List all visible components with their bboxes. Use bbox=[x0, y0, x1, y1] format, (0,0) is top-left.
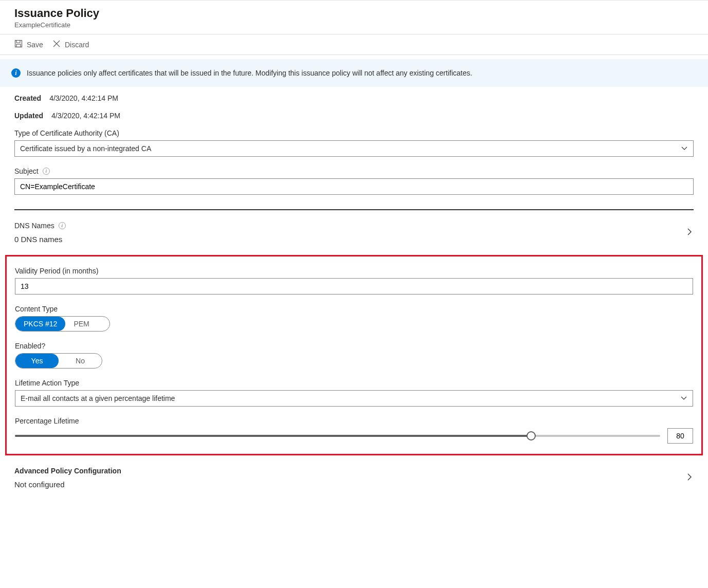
discard-label: Discard bbox=[65, 41, 89, 49]
slider-thumb[interactable] bbox=[527, 431, 536, 440]
lifetime-action-value: E-mail all contacts at a given percentag… bbox=[21, 394, 175, 402]
validity-label: Validity Period (in months) bbox=[15, 267, 693, 275]
save-label: Save bbox=[27, 41, 43, 49]
slider-track-fill bbox=[15, 435, 531, 437]
percentage-value-input[interactable] bbox=[667, 428, 693, 444]
chevron-down-icon bbox=[681, 144, 688, 153]
content-type-pkcs12[interactable]: PKCS #12 bbox=[15, 317, 65, 331]
content-type-toggle[interactable]: PKCS #12 PEM bbox=[15, 316, 110, 332]
ca-dropdown[interactable]: Certificate issued by a non-integrated C… bbox=[14, 140, 694, 157]
subject-field: Subject i bbox=[14, 167, 694, 195]
subject-label-text: Subject bbox=[14, 167, 39, 175]
dns-names-section[interactable]: DNS Names i 0 DNS names bbox=[14, 219, 694, 246]
info-help-icon[interactable]: i bbox=[59, 222, 66, 229]
close-icon bbox=[52, 40, 61, 49]
advanced-policy-section[interactable]: Advanced Policy Configuration Not config… bbox=[14, 465, 694, 491]
content-type-field: Content Type PKCS #12 PEM bbox=[15, 305, 693, 332]
highlighted-region: Validity Period (in months) Content Type… bbox=[5, 255, 703, 455]
content-type-pem[interactable]: PEM bbox=[65, 317, 97, 331]
updated-value: 4/3/2020, 4:42:14 PM bbox=[51, 112, 120, 120]
advanced-value: Not configured bbox=[14, 480, 121, 489]
created-row: Created 4/3/2020, 4:42:14 PM bbox=[14, 94, 694, 102]
subject-label: Subject i bbox=[14, 167, 694, 175]
created-value: 4/3/2020, 4:42:14 PM bbox=[49, 94, 118, 102]
svg-rect-1 bbox=[16, 44, 21, 47]
dns-label: DNS Names i bbox=[14, 222, 66, 230]
content-type-label: Content Type bbox=[15, 305, 693, 313]
chevron-down-icon bbox=[680, 394, 687, 403]
page-header: Issuance Policy ExampleCertificate bbox=[0, 0, 708, 34]
updated-label: Updated bbox=[14, 112, 43, 120]
advanced-label: Advanced Policy Configuration bbox=[14, 467, 121, 475]
created-label: Created bbox=[14, 94, 41, 102]
percentage-field: Percentage Lifetime bbox=[15, 417, 693, 444]
content: Created 4/3/2020, 4:42:14 PM Updated 4/3… bbox=[0, 94, 708, 501]
chevron-right-icon bbox=[685, 228, 694, 237]
info-help-icon[interactable]: i bbox=[43, 168, 50, 175]
percentage-slider[interactable] bbox=[15, 431, 660, 441]
ca-field: Type of Certificate Authority (CA) Certi… bbox=[14, 129, 694, 157]
percentage-label: Percentage Lifetime bbox=[15, 417, 693, 425]
info-banner: i Issuance policies only affect certific… bbox=[0, 59, 708, 87]
updated-row: Updated 4/3/2020, 4:42:14 PM bbox=[14, 112, 694, 120]
info-icon: i bbox=[11, 68, 21, 78]
enabled-toggle[interactable]: Yes No bbox=[15, 353, 102, 369]
save-icon bbox=[14, 40, 23, 49]
validity-input[interactable] bbox=[15, 278, 693, 295]
enabled-label: Enabled? bbox=[15, 342, 693, 350]
save-button[interactable]: Save bbox=[14, 40, 43, 49]
validity-field: Validity Period (in months) bbox=[15, 267, 693, 295]
enabled-field: Enabled? Yes No bbox=[15, 342, 693, 369]
ca-value: Certificate issued by a non-integrated C… bbox=[20, 144, 151, 153]
enabled-no[interactable]: No bbox=[59, 354, 102, 368]
ca-label: Type of Certificate Authority (CA) bbox=[14, 129, 694, 137]
chevron-right-icon bbox=[685, 473, 694, 483]
info-text: Issuance policies only affect certificat… bbox=[27, 69, 472, 77]
lifetime-action-dropdown[interactable]: E-mail all contacts at a given percentag… bbox=[15, 390, 693, 407]
subject-input[interactable] bbox=[14, 178, 694, 195]
page-subtitle: ExampleCertificate bbox=[14, 21, 694, 29]
dns-label-text: DNS Names bbox=[14, 222, 55, 230]
dns-value: 0 DNS names bbox=[14, 235, 66, 244]
lifetime-action-field: Lifetime Action Type E-mail all contacts… bbox=[15, 379, 693, 407]
toolbar: Save Discard bbox=[0, 34, 708, 55]
lifetime-action-label: Lifetime Action Type bbox=[15, 379, 693, 387]
page-title: Issuance Policy bbox=[14, 7, 694, 20]
divider bbox=[14, 209, 694, 210]
enabled-yes[interactable]: Yes bbox=[15, 354, 59, 368]
discard-button[interactable]: Discard bbox=[52, 40, 89, 49]
